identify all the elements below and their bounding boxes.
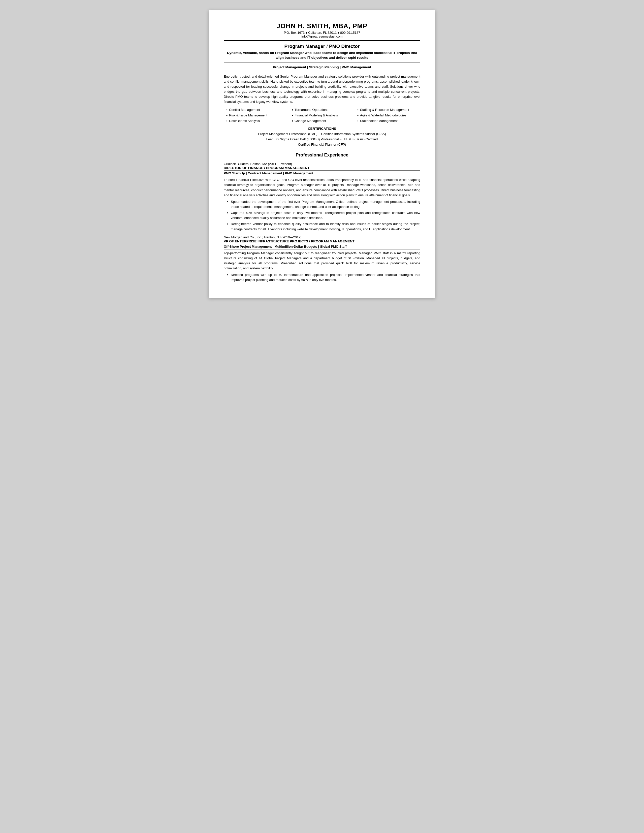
skills-column-1: ♦ Conflict Management ♦ Risk & Issue Man… — [224, 107, 289, 124]
diamond-icon: ♦ — [226, 119, 228, 123]
contact-line: P.O. Box 1673 ♦ Callahan, FL 32011 ♦ 800… — [224, 31, 420, 35]
bullet-item: Reengineered vendor policy to enhance qu… — [231, 222, 420, 232]
diamond-icon: ♦ — [357, 108, 358, 112]
diamond-icon: ♦ — [357, 119, 358, 123]
bullet-item: Directed programs with up to 70 infrastr… — [231, 272, 420, 283]
skill-item: ♦ Risk & Issue Management — [226, 113, 289, 118]
job-entry-2: New Morgan and Co., Inc.; Trenton, NJ (2… — [224, 235, 420, 283]
cert-line-3: Certified Financial Planner (CFP) — [224, 142, 420, 147]
diamond-icon: ♦ — [226, 113, 228, 117]
experience-top-divider — [224, 150, 420, 150]
skill-label: Financial Modeling & Analysis — [294, 113, 338, 118]
skill-label: Conflict Management — [229, 107, 260, 113]
job-specialties-2: Off-Shore Project Management | Multimill… — [224, 244, 420, 249]
diamond-icon: ♦ — [357, 113, 358, 117]
skill-label: Cost/Benefit Analysis — [229, 118, 260, 124]
tagline: Dynamic, versatile, hands-on Program Man… — [224, 51, 420, 60]
diamond-icon: ♦ — [292, 108, 293, 112]
job-description-1: Trusted Financial Executive with CFO- an… — [224, 177, 420, 198]
skill-label: Change Management — [294, 118, 326, 124]
job-entry-1: Gridlock Builders; Boston, MA (2011—Pres… — [224, 162, 420, 232]
skill-item: ♦ Staffing & Resource Management — [357, 107, 420, 113]
candidate-name: JOHN H. SMITH, MBA, PMP — [224, 22, 420, 30]
experience-section-title: Professional Experience — [296, 153, 348, 158]
skill-label: Agile & Waterfall Methodologies — [360, 113, 406, 118]
cert-line-1: Project Management Professional (PMP) ~ … — [224, 132, 420, 137]
job-position-2: VP OF ENTERPRISE INFRASTRUCTURE PROJECTS… — [224, 240, 420, 243]
skill-item: ♦ Change Management — [292, 118, 355, 124]
header-divider — [224, 40, 420, 41]
bullet-list-1: Spearheaded the development of the first… — [224, 199, 420, 232]
skills-grid: ♦ Conflict Management ♦ Risk & Issue Man… — [224, 107, 420, 124]
bullet-item: Spearheaded the development of the first… — [231, 199, 420, 209]
job-company-2: New Morgan and Co., Inc.; Trenton, NJ (2… — [224, 235, 420, 239]
title-divider — [224, 62, 420, 63]
bullet-item: Captured 60% savings in projects costs i… — [231, 211, 420, 220]
skills-column-2: ♦ Turnaround Operations ♦ Financial Mode… — [289, 107, 355, 124]
diamond-icon: ♦ — [292, 113, 293, 117]
experience-section-title-bar: Professional Experience — [224, 153, 420, 158]
skill-label: Stakeholder Management — [360, 118, 398, 124]
header-section: JOHN H. SMITH, MBA, PMP P.O. Box 1673 ♦ … — [224, 22, 420, 38]
skills-column-3: ♦ Staffing & Resource Management ♦ Agile… — [355, 107, 420, 124]
specialties-bar: Project Management | Strategic Planning … — [224, 64, 420, 70]
certifications-section: CERTIFICATIONS Project Management Profes… — [224, 127, 420, 147]
skill-label: Staffing & Resource Management — [360, 107, 409, 113]
cert-line-2: Lean Six Sigma Green Belt (LSSGB) Profes… — [224, 137, 420, 142]
skill-label: Risk & Issue Management — [229, 113, 267, 118]
skill-item: ♦ Stakeholder Management — [357, 118, 420, 124]
skill-label: Turnaround Operations — [294, 107, 328, 113]
diamond-icon: ♦ — [226, 108, 228, 112]
summary-text: Energetic, trusted, and detail-oriented … — [224, 74, 420, 105]
diamond-icon: ♦ — [292, 119, 293, 123]
job-position-1: DIRECTOR OF FINANCE / PROGRAM MANAGEMENT — [224, 166, 420, 170]
job-specialties-1: PMO Start-Up | Contract Management | PMO… — [224, 170, 420, 176]
skill-item: ♦ Agile & Waterfall Methodologies — [357, 113, 420, 118]
cert-title: CERTIFICATIONS — [224, 127, 420, 130]
skill-item: ♦ Financial Modeling & Analysis — [292, 113, 355, 118]
job-description-2: Top-performing Program Manager consisten… — [224, 251, 420, 271]
bullet-list-2: Directed programs with up to 70 infrastr… — [224, 272, 420, 283]
skill-item: ♦ Cost/Benefit Analysis — [226, 118, 289, 124]
skill-item: ♦ Conflict Management — [226, 107, 289, 113]
job-title: Program Manager / PMO Director — [224, 43, 420, 49]
skill-item: ♦ Turnaround Operations — [292, 107, 355, 113]
job-company-1: Gridlock Builders; Boston, MA (2011—Pres… — [224, 162, 420, 166]
resume-page: JOHN H. SMITH, MBA, PMP P.O. Box 1673 ♦ … — [209, 10, 435, 298]
specialties-divider — [224, 72, 420, 72]
title-section: Program Manager / PMO Director Dynamic, … — [224, 43, 420, 60]
email: info@greatresumesfast.com — [224, 35, 420, 38]
